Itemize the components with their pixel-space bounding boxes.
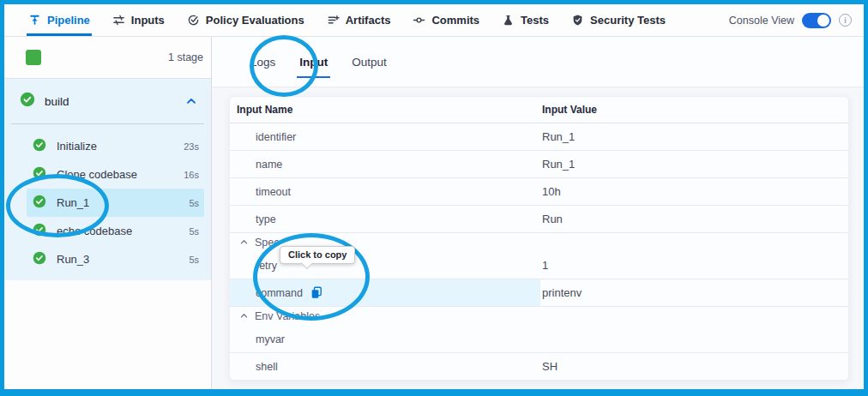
- group-row-env-variables[interactable]: Env Variables: [230, 306, 848, 326]
- table-row-command: command printenv: [230, 279, 848, 306]
- nav-tab-label: Tests: [521, 14, 549, 27]
- step-duration: 16s: [184, 170, 199, 180]
- step-list: Initialize 23s Clone codebase 16s Run_1 …: [4, 124, 211, 273]
- success-icon: [20, 92, 35, 111]
- stage-status-square: [26, 50, 41, 65]
- nav-tab-label: Pipeline: [47, 14, 90, 27]
- table-row: name Run_1: [230, 150, 848, 177]
- success-icon: [33, 251, 46, 268]
- step-details-panel: Logs Input Output Input Name Input Value…: [212, 37, 864, 389]
- nav-tab-security-tests[interactable]: Security Tests: [570, 4, 667, 36]
- nav-tab-pipeline[interactable]: Pipeline: [27, 4, 92, 36]
- nav-tab-label: Artifacts: [346, 14, 391, 27]
- step-row-clone-codebase[interactable]: Clone codebase 16s: [27, 160, 204, 189]
- input-name-cell[interactable]: type: [230, 206, 540, 232]
- input-value-cell: 1: [540, 252, 848, 279]
- input-name-cell[interactable]: timeout: [230, 178, 540, 205]
- input-value-cell: SH: [540, 353, 848, 380]
- tab-output[interactable]: Output: [351, 54, 388, 70]
- step-duration: 5s: [189, 226, 199, 237]
- info-icon[interactable]: i: [839, 14, 852, 27]
- table-row: shell SH: [230, 352, 848, 380]
- input-name-cell[interactable]: shell: [230, 353, 540, 380]
- group-label: Spec: [255, 237, 280, 249]
- step-duration: 23s: [184, 141, 199, 152]
- input-name-cell[interactable]: command: [230, 279, 540, 306]
- step-name: Run_3: [57, 253, 89, 266]
- sidebar-empty-area: [4, 280, 211, 389]
- execution-sidebar: 1 stage build Initialize: [4, 37, 212, 389]
- success-icon: [33, 223, 46, 240]
- input-name-cell[interactable]: retry: [230, 252, 540, 279]
- inputs-icon: [112, 14, 125, 27]
- input-name-text: command: [256, 287, 303, 299]
- column-header-input-name: Input Name: [230, 104, 540, 116]
- tab-input[interactable]: Input: [298, 54, 329, 70]
- input-value-cell: printenv: [540, 279, 848, 306]
- nav-tab-label: Security Tests: [590, 14, 666, 27]
- step-name: echo codebase: [57, 225, 132, 237]
- stage-name: build: [45, 95, 69, 108]
- input-value-cell: Run_1: [540, 151, 848, 177]
- nav-tab-artifacts[interactable]: Artifacts: [325, 4, 393, 36]
- chevron-up-icon: [239, 309, 249, 324]
- stage-summary-row: 1 stage: [4, 37, 211, 79]
- flask-icon: [502, 14, 515, 27]
- stage-count: 1 stage: [168, 51, 203, 63]
- step-row-initialize[interactable]: Initialize 23s: [27, 132, 204, 160]
- stage-group-build: build Initialize 23s Clone codebase: [4, 79, 211, 280]
- step-duration: 5s: [189, 255, 199, 265]
- success-icon: [33, 195, 46, 212]
- table-row: type Run: [230, 205, 848, 232]
- input-name-cell[interactable]: name: [230, 151, 540, 177]
- click-to-copy-tooltip: Click to copy: [280, 246, 355, 264]
- table-row: timeout 10h: [230, 177, 848, 205]
- app-frame: Pipeline Inputs Policy Evaluations Artif…: [0, 0, 868, 396]
- success-icon: [33, 166, 46, 183]
- table-row: identifier Run_1: [230, 123, 848, 150]
- step-duration: 5s: [189, 198, 199, 208]
- artifacts-list-icon: [327, 14, 340, 27]
- step-row-run-3[interactable]: Run_3 5s: [27, 245, 204, 273]
- console-view-toggle[interactable]: [802, 13, 831, 28]
- chevron-up-icon[interactable]: [185, 95, 197, 107]
- copy-icon[interactable]: [310, 286, 323, 299]
- success-icon: [33, 138, 46, 155]
- step-name: Initialize: [57, 140, 97, 153]
- pipeline-icon: [28, 14, 41, 27]
- nav-tab-tests[interactable]: Tests: [500, 4, 551, 36]
- input-value-cell: 10h: [540, 178, 848, 205]
- step-name: Clone codebase: [57, 168, 137, 181]
- tab-logs[interactable]: Logs: [250, 54, 276, 70]
- input-value-cell: Run_1: [540, 123, 848, 150]
- chevron-up-icon: [239, 235, 249, 250]
- commit-icon: [413, 14, 425, 27]
- step-name: Run_1: [57, 196, 89, 209]
- input-name-cell[interactable]: identifier: [230, 123, 540, 150]
- step-row-echo-codebase[interactable]: echo codebase 5s: [27, 217, 204, 245]
- nav-tab-policy-evaluations[interactable]: Policy Evaluations: [185, 4, 306, 36]
- input-value-cell: Run: [540, 206, 848, 232]
- execution-header-tabs: Pipeline Inputs Policy Evaluations Artif…: [4, 4, 864, 37]
- nav-tab-inputs[interactable]: Inputs: [111, 4, 166, 36]
- nav-tab-label: Inputs: [131, 14, 165, 27]
- console-view-label: Console View: [729, 15, 794, 27]
- toggle-knob: [817, 15, 829, 27]
- step-row-run-1[interactable]: Run_1 5s: [27, 189, 204, 217]
- nav-tab-label: Policy Evaluations: [206, 14, 304, 27]
- table-header: Input Name Input Value: [230, 97, 848, 123]
- nav-tab-label: Commits: [431, 14, 479, 27]
- group-label: Env Variables: [255, 310, 320, 322]
- input-name-cell[interactable]: myvar: [230, 326, 540, 352]
- detail-tabs: Logs Input Output: [212, 37, 864, 87]
- input-table-card: Input Name Input Value identifier Run_1 …: [229, 96, 849, 381]
- column-header-input-value: Input Value: [540, 104, 848, 116]
- nav-tab-commits[interactable]: Commits: [411, 4, 481, 36]
- table-row: myvar: [230, 326, 848, 352]
- stage-row-build[interactable]: build: [4, 79, 211, 123]
- policy-check-icon: [187, 14, 200, 27]
- input-value-cell: [540, 326, 848, 352]
- shield-icon: [571, 14, 584, 27]
